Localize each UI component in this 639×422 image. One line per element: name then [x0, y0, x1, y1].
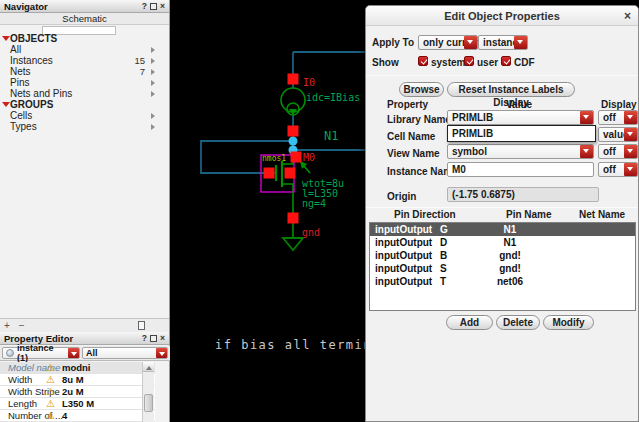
pin-direction-header: Pin Direction	[394, 209, 456, 220]
net-name-header: Net Name	[579, 209, 625, 220]
navigator-titlebar[interactable]: Navigator ? ×	[0, 0, 169, 13]
instance-label-i0[interactable]: I0	[303, 77, 315, 88]
application-window: I0 idc=IBias N1 nmos1 M0 wtot=8u l=L350 …	[0, 0, 639, 422]
user-checkbox[interactable]	[464, 56, 474, 66]
apply-scope-dropdown[interactable]: only current	[418, 35, 478, 50]
count-badge: 7	[140, 66, 145, 77]
navigator-bottom-toolbar: + −	[0, 318, 169, 332]
help-icon[interactable]: ?	[142, 334, 147, 342]
instance-display-dropdown[interactable]: off	[598, 162, 638, 177]
pin-row-selected[interactable]: inputOutput G N1	[370, 223, 635, 236]
sidebar-item-all[interactable]: All	[0, 44, 169, 55]
sidebar-item-types[interactable]: Types	[0, 121, 169, 132]
cell-display-dropdown[interactable]: value	[598, 127, 638, 142]
dropdown-arrow-icon[interactable]	[514, 36, 527, 49]
param-label-idc[interactable]: idc=IBias	[306, 92, 360, 103]
library-dropdown-popup-item[interactable]: PRIMLIB	[447, 125, 596, 142]
pin-row[interactable]: inputOutput D N1	[370, 236, 635, 249]
close-icon[interactable]: ×	[160, 2, 165, 10]
collapse-triangle-icon[interactable]	[2, 102, 10, 107]
float-panel-icon[interactable]	[150, 335, 157, 342]
system-checkbox[interactable]	[418, 56, 428, 66]
cell-label-nmos1[interactable]: nmos1	[262, 154, 286, 163]
property-row[interactable]: Length ⚠ L350 M	[0, 398, 155, 410]
scrollbar-thumb[interactable]	[144, 394, 153, 412]
property-row[interactable]: Width ⚠ 8u M	[0, 374, 155, 386]
instance-name-field[interactable]: M0	[447, 162, 594, 177]
dropdown-arrow-icon[interactable]	[156, 348, 167, 358]
dropdown-arrow-icon[interactable]	[464, 36, 477, 49]
help-icon[interactable]: ?	[142, 2, 147, 10]
section-header-groups[interactable]: GROUPS	[0, 99, 169, 110]
instance-label-m0[interactable]: M0	[303, 152, 315, 163]
separator	[366, 207, 638, 208]
sidebar-item-pins[interactable]: Pins	[0, 77, 169, 88]
browse-button[interactable]: Browse	[399, 82, 444, 97]
pin-row[interactable]: inputOutput T net06	[370, 275, 635, 288]
net-label-gnd[interactable]: gnd	[302, 227, 320, 238]
scrollbar[interactable]	[142, 362, 154, 422]
filter-selector[interactable]: All	[82, 347, 168, 359]
property-row[interactable]: Number of ... ⚠ 4	[0, 410, 155, 422]
close-icon[interactable]: ×	[624, 6, 631, 26]
modify-button[interactable]: Modify	[543, 315, 594, 330]
schematic-note-text[interactable]: if bias all terminal	[215, 338, 390, 352]
param-label-ng[interactable]: ng=4	[302, 198, 326, 209]
pin-table: inputOutput G N1 inputOutput D N1 inputO…	[369, 222, 636, 311]
property-row[interactable]: Width Stripe ⚠ 2u M	[0, 386, 155, 398]
dropdown-arrow-icon[interactable]	[580, 145, 593, 158]
section-header-objects[interactable]: OBJECTS	[0, 33, 169, 44]
chevron-right-icon[interactable]	[151, 113, 155, 119]
close-icon[interactable]: ×	[160, 334, 165, 342]
property-editor-filter-row: instance (1) All	[0, 346, 170, 361]
warning-icon: ⚠	[46, 386, 55, 398]
chevron-right-icon[interactable]	[151, 124, 155, 130]
property-editor-title: Property Editor	[4, 333, 73, 344]
cdf-checkbox[interactable]	[501, 56, 511, 66]
dropdown-arrow-icon[interactable]	[624, 128, 637, 141]
view-display-dropdown[interactable]: off	[598, 144, 638, 159]
add-button[interactable]: Add	[446, 315, 493, 330]
float-panel-icon[interactable]	[150, 3, 157, 10]
sidebar-item-instances[interactable]: Instances 15	[0, 55, 169, 66]
pin-row[interactable]: inputOutput S gnd!	[370, 262, 635, 275]
chevron-right-icon[interactable]	[151, 69, 155, 75]
collapse-triangle-icon[interactable]	[2, 36, 10, 41]
columns-icon[interactable]	[138, 321, 145, 330]
remove-button[interactable]: −	[19, 320, 25, 331]
origin-label: Origin	[387, 191, 416, 202]
library-display-dropdown[interactable]: off	[598, 110, 638, 125]
chevron-right-icon[interactable]	[151, 91, 155, 97]
dropdown-arrow-icon[interactable]	[624, 145, 637, 158]
apply-target-dropdown[interactable]: instance	[478, 35, 528, 50]
current-source-symbol[interactable]	[281, 88, 305, 115]
property-row[interactable]: Model name ⚠ modni	[0, 362, 155, 374]
scope-selector[interactable]: instance (1)	[2, 347, 80, 359]
display-column-header: Display	[601, 99, 637, 110]
dropdown-arrow-icon[interactable]	[624, 111, 637, 124]
view-name-dropdown[interactable]: symbol	[447, 144, 594, 159]
chevron-right-icon[interactable]	[151, 47, 155, 53]
sidebar-item-nets[interactable]: Nets 7	[0, 66, 169, 77]
warning-icon: ⚠	[46, 398, 55, 410]
chevron-right-icon[interactable]	[151, 80, 155, 86]
chevron-right-icon[interactable]	[151, 58, 155, 64]
scroll-up-icon[interactable]	[143, 362, 154, 372]
dialog-titlebar[interactable]: Edit Object Properties ×	[366, 6, 638, 26]
reset-instance-labels-button[interactable]: Reset Instance Labels Display	[447, 82, 575, 97]
property-table: Model name ⚠ modni Width ⚠ 8u M Width St…	[0, 362, 155, 422]
dropdown-arrow-icon[interactable]	[580, 111, 593, 124]
pin-row[interactable]: inputOutput B gnd!	[370, 249, 635, 262]
navigator-title: Navigator	[4, 1, 48, 12]
sidebar-item-nets-and-pins[interactable]: Nets and Pins	[0, 88, 169, 99]
add-button[interactable]: +	[4, 320, 10, 331]
dropdown-arrow-icon[interactable]	[624, 163, 637, 176]
dropdown-arrow-icon[interactable]	[68, 348, 79, 358]
net-label-n1[interactable]: N1	[324, 129, 338, 143]
library-name-dropdown[interactable]: PRIMLIB	[447, 110, 594, 125]
sidebar-item-cells[interactable]: Cells	[0, 110, 169, 121]
pin-name-header: Pin Name	[506, 209, 552, 220]
delete-button[interactable]: Delete	[496, 315, 540, 330]
junction-dot	[289, 137, 298, 146]
cell-name-label: Cell Name	[387, 131, 435, 142]
